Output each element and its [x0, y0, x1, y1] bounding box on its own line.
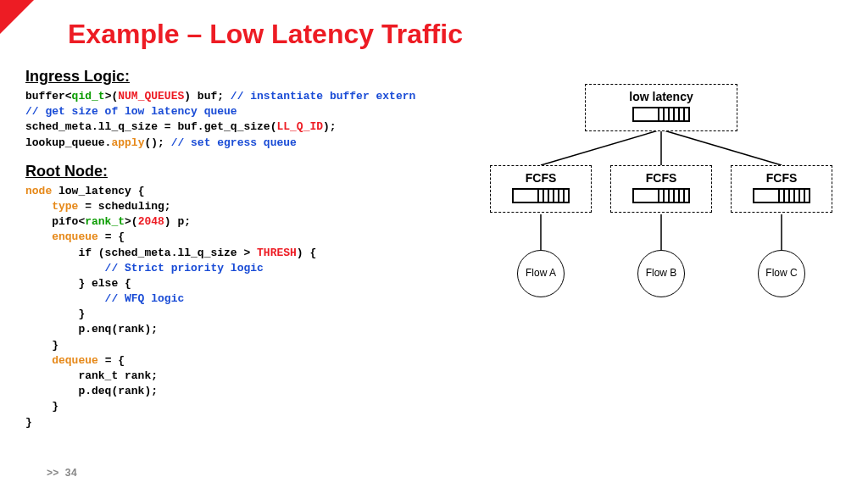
code-column: Ingress Logic: buffer<qid_t>(NUM_QUEUES)… — [25, 68, 449, 442]
root-heading: Root Node: — [25, 163, 449, 180]
node-fcfs-c: FCFS — [731, 165, 832, 213]
tree-diagram: low latency FCFS FCFS FCFS Flow A Flow B… — [475, 80, 848, 352]
svg-line-2 — [661, 130, 782, 165]
accent-corner — [0, 0, 34, 34]
node-low-latency: low latency — [585, 84, 737, 131]
queue-icon — [512, 188, 570, 203]
node-label: low latency — [586, 90, 737, 103]
svg-line-0 — [541, 130, 661, 165]
leaf-flow-b: Flow B — [637, 250, 685, 297]
node-label: FCFS — [491, 171, 591, 185]
node-fcfs-b: FCFS — [610, 165, 712, 213]
node-label: FCFS — [732, 171, 832, 185]
leaf-flow-a: Flow A — [517, 250, 565, 297]
node-fcfs-a: FCFS — [490, 165, 592, 213]
ingress-code: buffer<qid_t>(NUM_QUEUES) buf; // instan… — [25, 89, 449, 151]
queue-icon — [753, 188, 810, 203]
ingress-heading: Ingress Logic: — [25, 68, 449, 86]
slide-title: Example – Low Latency Traffic — [68, 19, 463, 50]
root-code: node low_latency { type = scheduling; pi… — [25, 184, 449, 430]
queue-icon — [632, 107, 690, 122]
queue-icon — [632, 188, 690, 203]
page-number: >> 34 — [47, 468, 77, 480]
leaf-flow-c: Flow C — [758, 250, 805, 297]
node-label: FCFS — [611, 171, 711, 185]
